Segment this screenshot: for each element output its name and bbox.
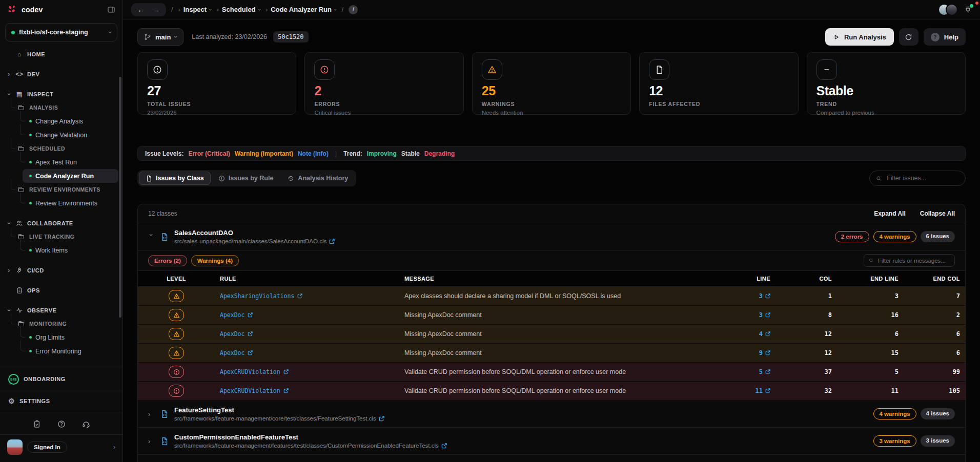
sidebar-item[interactable]: › bbox=[0, 330, 122, 344]
filter-rules-input[interactable] bbox=[877, 257, 950, 264]
sidebar-item[interactable]: › bbox=[0, 317, 122, 330]
sidebar-item[interactable]: › bbox=[0, 284, 122, 297]
history-nav: ← → bbox=[131, 3, 166, 16]
rule-link[interactable]: ApexDoc bbox=[215, 330, 399, 338]
sidebar-item[interactable]: › bbox=[0, 101, 122, 114]
legend-trend-item: Stable bbox=[401, 150, 420, 157]
class-row[interactable]: › FeatureSettingTest src/frameworks/feat… bbox=[138, 401, 965, 428]
issue-count-badge: 3 warnings bbox=[873, 435, 916, 447]
sidebar-item-settings[interactable]: ⚙ SETTINGS bbox=[0, 393, 122, 409]
breadcrumb-item[interactable]: › Inspect › bbox=[178, 6, 212, 13]
sidebar-item-label: Change Validation bbox=[35, 132, 87, 139]
forward-icon[interactable]: → bbox=[153, 6, 160, 13]
stat-cards: 27 TOTAL ISSUES 23/02/2026 bbox=[123, 52, 980, 115]
external-link-icon[interactable] bbox=[441, 443, 447, 449]
sidebar-item[interactable]: › bbox=[0, 155, 122, 169]
sidebar-item[interactable]: › bbox=[0, 230, 122, 243]
line-link[interactable]: 3 bbox=[714, 292, 775, 300]
breadcrumb-item[interactable]: › Code Analyzer Run › bbox=[266, 6, 336, 13]
page-content: main › Last analyzed: 23/02/2026 50c1520… bbox=[123, 19, 980, 462]
main-area: ← → / › Inspect › › Scheduled › › Code bbox=[123, 0, 980, 462]
col-header-end-line: END LINE bbox=[837, 276, 904, 282]
line-link[interactable]: 3 bbox=[714, 311, 775, 319]
triangle-alert-icon bbox=[173, 293, 180, 300]
rule-link[interactable]: ApexDoc bbox=[215, 311, 399, 319]
col-value: 8 bbox=[775, 311, 837, 319]
breadcrumb-slash: / bbox=[342, 6, 344, 13]
filter-issues-input[interactable] bbox=[886, 174, 959, 182]
line-link[interactable]: 4 bbox=[714, 330, 775, 338]
sidebar-item[interactable]: › bbox=[0, 128, 122, 142]
refresh-button[interactable] bbox=[899, 28, 918, 46]
rule-link[interactable]: ApexCRUDViolation bbox=[215, 387, 399, 394]
stat-value: 12 bbox=[649, 84, 788, 98]
sidebar-item[interactable]: › bbox=[0, 243, 122, 257]
expand-all-button[interactable]: Expand All bbox=[874, 210, 906, 217]
external-link-icon bbox=[248, 312, 253, 318]
collapse-all-button[interactable]: Collapse All bbox=[920, 210, 955, 217]
commit-hash-badge[interactable]: 50c1520 bbox=[273, 31, 309, 43]
sidebar-item[interactable]: › bbox=[0, 217, 122, 230]
sidebar-item-label: Error Monitoring bbox=[35, 348, 81, 355]
level-filter-pill[interactable]: Warnings (4) bbox=[191, 255, 239, 266]
stat-value: Stable bbox=[816, 84, 956, 98]
rule-link[interactable]: ApexCRUDViolation bbox=[215, 368, 399, 375]
sidebar-item[interactable]: › bbox=[0, 196, 122, 210]
refresh-icon bbox=[905, 33, 912, 41]
sidebar-item[interactable]: › ▤ bbox=[0, 88, 122, 101]
tab[interactable]: Issues by Rule bbox=[212, 172, 280, 185]
sidebar-item[interactable]: › bbox=[0, 365, 122, 365]
sidebar-item[interactable]: › bbox=[0, 183, 122, 196]
sidebar-scrollbar[interactable] bbox=[119, 77, 121, 318]
back-icon[interactable]: ← bbox=[137, 6, 145, 13]
help-button[interactable]: ? Help bbox=[924, 28, 966, 46]
sidebar-item[interactable]: › bbox=[0, 344, 122, 358]
help-icon[interactable] bbox=[57, 420, 66, 428]
breadcrumb-item[interactable]: › Scheduled › bbox=[217, 6, 260, 13]
end-line-value: 6 bbox=[837, 330, 904, 338]
connection-plug-icon[interactable] bbox=[964, 6, 972, 13]
external-link-icon bbox=[283, 388, 289, 393]
branch-selector[interactable]: main › bbox=[137, 28, 183, 46]
issue-row: ApexCRUDViolation Validate CRUD permissi… bbox=[138, 382, 965, 401]
tab-label: Analysis History bbox=[298, 175, 348, 182]
line-link[interactable]: 5 bbox=[714, 368, 775, 375]
class-name: FeatureSettingTest bbox=[174, 406, 384, 414]
external-link-icon[interactable] bbox=[329, 239, 335, 244]
line-link[interactable]: 9 bbox=[714, 349, 775, 356]
external-link-icon bbox=[765, 388, 770, 393]
sidebar-item-label: OBSERVE bbox=[27, 307, 56, 313]
tab[interactable]: Issues by Class bbox=[139, 172, 211, 185]
sidebar-toggle-icon[interactable] bbox=[107, 6, 115, 14]
sidebar-item-onboarding[interactable]: 8/8 ONBOARDING bbox=[0, 371, 122, 387]
breadcrumb-label: Inspect bbox=[183, 6, 207, 13]
level-filter-pill[interactable]: Errors (2) bbox=[148, 255, 187, 266]
sidebar-item[interactable]: › bbox=[0, 142, 122, 155]
line-link[interactable]: 11 bbox=[714, 387, 775, 394]
class-row[interactable]: › SalesAccountDAO src/sales-unpackaged/m… bbox=[138, 223, 965, 250]
sidebar-item[interactable]: › bbox=[0, 114, 122, 128]
sidebar-item[interactable]: › <> bbox=[0, 68, 122, 81]
tasks-icon[interactable] bbox=[33, 420, 41, 428]
user-account-row[interactable]: Signed In › bbox=[0, 434, 122, 460]
sidebar-item[interactable]: › bbox=[0, 264, 122, 277]
sidebar-item-label: COLLABORATE bbox=[27, 220, 73, 226]
sidebar-item[interactable]: › bbox=[23, 169, 118, 183]
classes-count: 12 classes bbox=[148, 210, 177, 217]
sidebar-item[interactable]: › ⌂ bbox=[0, 48, 122, 61]
external-link-icon bbox=[765, 350, 770, 355]
class-row[interactable]: › CustomPermissionEnabledFeatureTest src… bbox=[138, 428, 965, 455]
info-icon[interactable]: i bbox=[349, 5, 358, 14]
avatar[interactable] bbox=[946, 4, 958, 16]
chevron-icon: › bbox=[6, 308, 13, 313]
external-link-icon[interactable] bbox=[379, 416, 384, 422]
tab[interactable]: Analysis History bbox=[281, 172, 355, 185]
sidebar-item[interactable]: › bbox=[0, 304, 122, 317]
rule-link[interactable]: ApexSharingViolations bbox=[215, 292, 399, 300]
support-headset-icon[interactable] bbox=[82, 420, 90, 428]
project-selector[interactable]: flxbl-io/sf-core-staging › bbox=[5, 23, 117, 41]
git-branch-icon bbox=[144, 33, 151, 40]
item-icon: ⌂ bbox=[17, 51, 22, 57]
run-analysis-button[interactable]: Run Analysis bbox=[825, 28, 894, 46]
rule-link[interactable]: ApexDoc bbox=[215, 349, 399, 356]
